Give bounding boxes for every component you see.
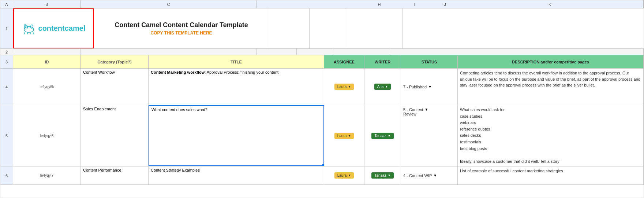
title-area: 1 con [0,8,644,49]
status-arrow-2: ▼ [424,107,428,111]
status-label-1: 7 - Published [403,85,427,89]
spacer-k [390,49,644,55]
row-num-6: 6 [0,166,13,184]
row-num-header: 3 [0,55,13,68]
empty-j-title [346,8,403,48]
cell-description-3: List of example of successful content ma… [458,166,644,184]
header-writer: WRITER [364,55,401,68]
column-headers-row: A B C H I J K [0,0,644,8]
cell-assignee-1[interactable]: Laura ▼ [324,69,364,105]
spreadsheet: A B C H I J K 1 [0,0,644,198]
col-header-k: K [548,2,551,7]
writer-label-2: Tanaaz [374,134,386,138]
table-row: 4 le4yqy6k Content Workflow Content Mark… [0,69,644,105]
writer-label-3: Tanaaz [374,173,386,177]
cell-title-1: Content Marketing workflow: Approval Pro… [149,69,324,105]
writer-label-1: Ana [377,85,384,89]
spacer-row: 2 [0,49,644,55]
writer-arrow-1: ▼ [385,85,388,88]
cell-title-2[interactable]: What content does sales want? [149,105,324,166]
title-rest-3: Content Strategy Examples [151,168,200,172]
empty-k-title [403,8,644,48]
table-row: 6 le4yqyi7 Content Performance Content S… [0,166,644,185]
title-rest-1: : Approval Process: finishing your conte… [205,70,278,74]
col-header-j: J [444,2,446,7]
cell-title-3: Content Strategy Examples [149,166,324,184]
col-header-h: H [378,2,381,7]
assignee-label-3: Laura [337,173,347,177]
page-title: Content Camel Content Calendar Template [115,21,248,29]
writer-arrow-2: ▼ [388,134,391,138]
table-header-row: 3 ID Category (Topic?) TITLE ASSIGNEE WR… [0,55,644,69]
spacer-c [81,49,257,55]
row-num-1: 1 [0,8,13,48]
desc-text-1: Competing articles tend to discuss the o… [460,70,641,88]
cell-category-3: Content Performance [81,166,149,184]
logo-cell: contentcamel [13,8,94,48]
col-header-hijk: H I J K [257,0,644,8]
status-arrow-3: ▼ [433,173,437,177]
logo: contentcamel [22,21,86,36]
cell-id-1: le4yqy6k [13,69,81,105]
assignee-label-2: Laura [337,134,347,138]
copy-template-link[interactable]: COPY THIS TEMPLATE HERE [150,30,212,36]
status-label-2: 5 - ContentReview [403,107,423,116]
cell-assignee-3[interactable]: Laura ▼ [324,166,364,184]
cell-category-2: Sales Enablement [81,105,149,166]
assignee-dropdown-2[interactable]: Laura ▼ [334,133,354,139]
title-rest-2: What content does sales want? [151,107,207,112]
assignee-arrow-2: ▼ [348,134,351,138]
cell-writer-2[interactable]: Tanaaz ▼ [364,105,401,166]
assignee-dropdown-1[interactable]: Laura ▼ [334,84,354,90]
row-num-4: 4 [0,69,13,105]
writer-arrow-3: ▼ [388,174,391,177]
spacer-h [257,49,297,55]
cell-id-3: le4yqyi7 [13,166,81,184]
spacer-b [13,49,81,55]
writer-dropdown-1[interactable]: Ana ▼ [374,84,391,90]
cell-writer-1[interactable]: Ana ▼ [364,69,401,105]
spacer-i [297,49,333,55]
col-header-a: A [0,0,13,8]
assignee-arrow-1: ▼ [348,85,351,88]
logo-text-plain: content [38,24,65,32]
cell-id-2: le4yqyi6 [13,105,81,166]
cell-description-2: What sales would ask for:case studiesweb… [458,105,644,166]
col-header-b: B [13,0,81,8]
header-status: STATUS [401,55,458,68]
camel-icon [22,21,36,36]
row-num-5: 5 [0,105,13,166]
assignee-label-1: Laura [337,85,347,89]
header-id: ID [13,55,81,68]
col-header-i: I [414,2,415,7]
desc-text-3: List of example of successful content ma… [460,168,563,174]
assignee-arrow-3: ▼ [348,174,351,177]
header-description: DESCRIPTION and/or competitive pages [458,55,644,68]
empty-h-title [269,8,310,48]
cell-writer-3[interactable]: Tanaaz ▼ [364,166,401,184]
table-row: 5 le4yqyi6 Sales Enablement What content… [0,105,644,166]
cell-status-3: 4 - Content WIP ▼ [401,166,458,184]
logo-text: contentcamel [38,24,86,33]
row-num-spacer: 2 [0,49,13,55]
title-cell: Content Camel Content Calendar Template … [94,8,269,48]
cell-description-1: Competing articles tend to discuss the o… [458,69,644,105]
status-arrow-1: ▼ [428,85,432,89]
svg-point-0 [24,26,34,32]
logo-text-bold: camel [65,24,86,32]
writer-dropdown-3[interactable]: Tanaaz ▼ [371,172,393,179]
col-header-c[interactable]: C [81,0,257,8]
cell-status-1: 7 - Published ▼ [401,69,458,105]
header-assignee: ASSIGNEE [324,55,364,68]
desc-text-2: What sales would ask for:case studiesweb… [460,107,559,165]
cell-assignee-2[interactable]: Laura ▼ [324,105,364,166]
assignee-dropdown-3[interactable]: Laura ▼ [334,172,354,179]
cell-category-1: Content Workflow [81,69,149,105]
title-bold-1: Content Marketing workflow [151,70,205,74]
status-label-3: 4 - Content WIP [403,173,432,178]
cell-status-2: 5 - ContentReview ▼ [401,105,458,166]
empty-i-title [310,8,346,48]
writer-dropdown-2[interactable]: Tanaaz ▼ [371,133,393,139]
header-title: TITLE [149,55,324,68]
header-category: Category (Topic?) [81,55,149,68]
